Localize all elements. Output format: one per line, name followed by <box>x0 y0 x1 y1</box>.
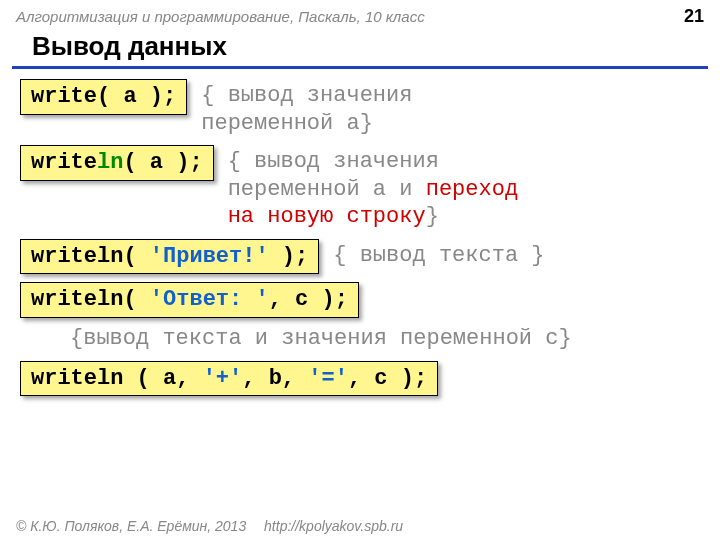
code-literal: 'Ответ: ' <box>150 287 269 312</box>
comment-1: { вывод значения переменной a} <box>201 79 412 137</box>
example-row-1: write( a ); { вывод значения переменной … <box>20 79 700 137</box>
slide-content: write( a ); { вывод значения переменной … <box>0 79 720 396</box>
code-post: , c ); <box>269 287 348 312</box>
comment-1-line1: { вывод значения <box>201 83 412 108</box>
code-writeln-text-var: writeln( 'Ответ: ', c ); <box>20 282 359 318</box>
example-row-2: writeln( a ); { вывод значения переменно… <box>20 145 700 231</box>
page-number: 21 <box>684 6 704 27</box>
comment-3: { вывод текста } <box>333 239 544 270</box>
code-p1: writeln ( a, <box>31 366 203 391</box>
example-row-5: writeln ( a, '+', b, '=', c ); <box>20 361 700 397</box>
code-writeln: writeln( a ); <box>20 145 214 181</box>
course-label: Алгоритмизация и программирование, Паска… <box>16 8 425 25</box>
comment-2-line3b: } <box>426 204 439 229</box>
comment-2-line3a: на новую строку <box>228 204 426 229</box>
code-lit1: '+' <box>203 366 243 391</box>
comment-2-line2b: переход <box>426 177 518 202</box>
code-post: ( a ); <box>123 150 202 175</box>
code-p2: , b, <box>242 366 308 391</box>
code-write: write( a ); <box>20 79 187 115</box>
slide-title: Вывод данных <box>12 29 708 69</box>
slide-footer: © К.Ю. Поляков, Е.А. Ерёмин, 2013 http:/… <box>16 518 403 534</box>
code-ln: ln <box>97 150 123 175</box>
code-writeln-text: writeln( 'Привет!' ); <box>20 239 319 275</box>
code-pre: writeln( <box>31 287 150 312</box>
example-row-3: writeln( 'Привет!' ); { вывод текста } <box>20 239 700 275</box>
copyright-text: © К.Ю. Поляков, Е.А. Ерёмин, 2013 <box>16 518 246 534</box>
comment-2-line2a: переменной a и <box>228 177 426 202</box>
footer-url: http://kpolyakov.spb.ru <box>264 518 403 534</box>
comment-4: {вывод текста и значения переменной c} <box>70 326 700 351</box>
example-row-4: writeln( 'Ответ: ', c ); <box>20 282 700 318</box>
slide-header: Алгоритмизация и программирование, Паска… <box>0 0 720 29</box>
code-writeln-multi: writeln ( a, '+', b, '=', c ); <box>20 361 438 397</box>
code-post: ); <box>269 244 309 269</box>
comment-2-line1: { вывод значения <box>228 149 439 174</box>
code-lit2: '=' <box>308 366 348 391</box>
code-literal: 'Привет!' <box>150 244 269 269</box>
code-pre: write <box>31 150 97 175</box>
code-p3: , c ); <box>348 366 427 391</box>
comment-1-line2: переменной a} <box>201 111 373 136</box>
code-pre: writeln( <box>31 244 150 269</box>
comment-2: { вывод значения переменной a и переход … <box>228 145 518 231</box>
